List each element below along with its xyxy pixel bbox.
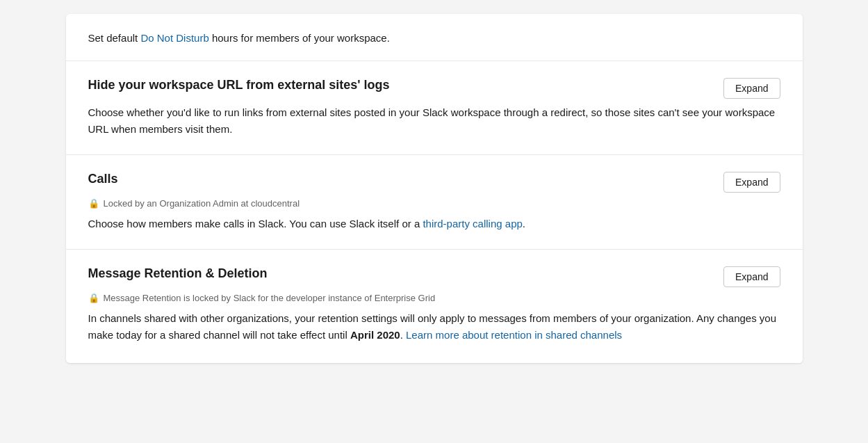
learn-more-retention-link[interactable]: Learn more about retention in shared cha… bbox=[406, 329, 622, 341]
message-retention-lock-icon: 🔒 bbox=[88, 293, 99, 303]
section-header: Hide your workspace URL from external si… bbox=[88, 78, 780, 99]
hide-workspace-url-title: Hide your workspace URL from external si… bbox=[88, 78, 390, 92]
message-retention-april-2020: April 2020 bbox=[350, 329, 400, 341]
calls-title: Calls bbox=[88, 172, 118, 186]
calls-section: Calls Expand 🔒 Locked by an Organization… bbox=[66, 155, 803, 250]
settings-panel: Set default Do Not Disturb hours for mem… bbox=[66, 14, 803, 363]
message-retention-description: In channels shared with other organizati… bbox=[88, 310, 780, 344]
lock-icon: 🔒 bbox=[88, 198, 99, 209]
calls-description-after-link: . bbox=[523, 218, 525, 229]
calls-lock-row: 🔒 Locked by an Organization Admin at clo… bbox=[88, 198, 780, 209]
dnd-text-before-link: Set default bbox=[88, 32, 141, 44]
message-retention-lock-row: 🔒 Message Retention is locked by Slack f… bbox=[88, 293, 780, 303]
third-party-calling-app-link[interactable]: third-party calling app bbox=[423, 218, 522, 229]
calls-expand-button[interactable]: Expand bbox=[723, 172, 780, 193]
message-retention-description-after-bold: . bbox=[400, 329, 406, 341]
hide-workspace-url-expand-button[interactable]: Expand bbox=[723, 78, 780, 99]
calls-lock-text: Locked by an Organization Admin at cloud… bbox=[104, 198, 300, 209]
dnd-section: Set default Do Not Disturb hours for mem… bbox=[66, 14, 803, 61]
dnd-text-after-link: hours for members of your workspace. bbox=[209, 32, 390, 44]
do-not-disturb-link[interactable]: Do Not Disturb bbox=[140, 32, 208, 44]
dnd-description: Set default Do Not Disturb hours for mem… bbox=[88, 31, 780, 47]
hide-workspace-url-description: Choose whether you'd like to run links f… bbox=[88, 104, 780, 138]
message-retention-header: Message Retention & Deletion Expand bbox=[88, 266, 780, 287]
hide-workspace-url-section: Hide your workspace URL from external si… bbox=[66, 61, 803, 155]
message-retention-title: Message Retention & Deletion bbox=[88, 266, 268, 281]
message-retention-lock-text: Message Retention is locked by Slack for… bbox=[104, 293, 436, 303]
message-retention-section: Message Retention & Deletion Expand 🔒 Me… bbox=[66, 250, 803, 363]
message-retention-expand-button[interactable]: Expand bbox=[723, 266, 780, 287]
calls-description: Choose how members make calls in Slack. … bbox=[88, 216, 780, 232]
calls-description-before-link: Choose how members make calls in Slack. … bbox=[88, 218, 423, 229]
calls-section-header: Calls Expand bbox=[88, 172, 780, 193]
